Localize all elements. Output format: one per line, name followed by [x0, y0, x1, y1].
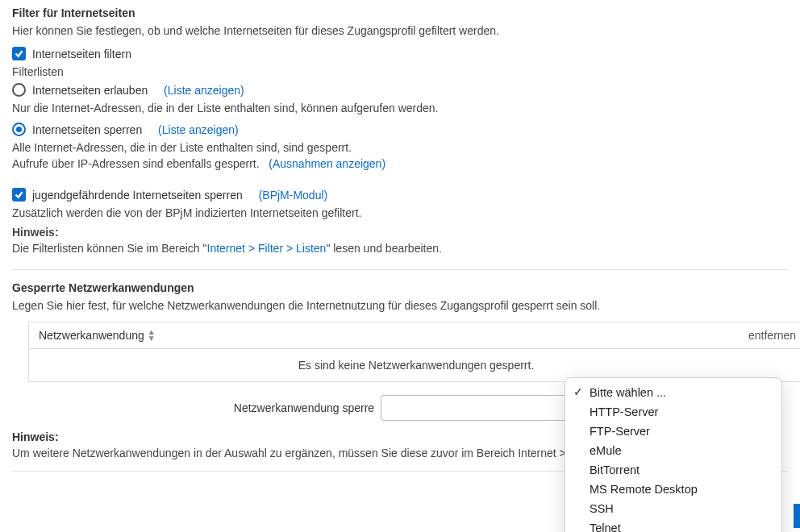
filter-hint-label: Hinweis: — [12, 226, 788, 239]
exceptions-link[interactable]: (Ausnahmen anzeigen) — [269, 157, 385, 170]
block-desc1: Alle Internet-Adressen, die in der Liste… — [12, 141, 788, 154]
block-app-label: Netzwerkanwendung sperre — [234, 401, 374, 414]
filter-enable-checkbox[interactable] — [12, 47, 26, 60]
bpjm-label: jugendgefährdende Internetseiten sperren — [32, 189, 243, 202]
dd-option[interactable]: BitTorrent — [565, 460, 781, 480]
filter-heading: Filter für Internetseiten — [12, 6, 788, 19]
netapps-empty: Es sind keine Netzwerkanwendungen gesper… — [29, 349, 800, 381]
dd-option[interactable]: HTTP-Server — [565, 402, 781, 422]
dd-option[interactable]: eMule — [565, 441, 781, 460]
filter-hint-a: Die Filterlisten können Sie im Bereich " — [12, 242, 207, 255]
netapps-desc: Legen Sie hier fest, für welche Netzwerk… — [12, 299, 788, 312]
allow-show-list-link[interactable]: (Liste anzeigen) — [164, 84, 244, 97]
block-radio[interactable] — [12, 123, 26, 136]
filter-enable-label: Internetseiten filtern — [32, 48, 131, 60]
filter-hint-link[interactable]: Internet > Filter > Listen — [207, 242, 327, 255]
col-app-header[interactable]: Netzwerkanwendung ▲▼ — [29, 322, 739, 348]
dd-option[interactable]: Bitte wählen ... — [565, 383, 781, 402]
block-desc2a: Aufrufe über IP-Adressen sind ebenfalls … — [12, 157, 260, 170]
block-app-select[interactable] — [381, 395, 566, 421]
bpjm-desc: Zusätzlich werden die von der BPjM indiz… — [12, 206, 788, 219]
block-label: Internetseiten sperren — [32, 123, 142, 136]
netapps-table: Netzwerkanwendung ▲▼ entfernen Es sind k… — [28, 322, 800, 382]
bpjm-checkbox[interactable] — [12, 188, 26, 202]
sort-icon: ▲▼ — [148, 329, 156, 342]
allow-radio[interactable] — [12, 83, 26, 97]
filter-desc: Hier können Sie festlegen, ob und welche… — [12, 24, 788, 37]
section-divider — [12, 269, 788, 270]
dd-option[interactable]: FTP-Server — [565, 422, 781, 441]
filter-hint-b: " lesen und bearbeiten. — [326, 242, 442, 255]
allow-desc: Nur die Internet-Adressen, die in der Li… — [12, 102, 788, 114]
col-app-label: Netzwerkanwendung — [39, 329, 144, 342]
filterlists-heading: Filterlisten — [12, 65, 788, 78]
block-app-dropdown[interactable]: Bitte wählen ... HTTP-Server FTP-Server … — [565, 377, 782, 483]
allow-label: Internetseiten erlauben — [32, 84, 148, 97]
col-remove-header: entfernen — [739, 322, 800, 348]
block-show-list-link[interactable]: (Liste anzeigen) — [158, 123, 239, 136]
bpjm-tag-link[interactable]: (BPjM-Modul) — [259, 189, 328, 202]
netapps-heading: Gesperrte Netzwerkanwendungen — [12, 281, 788, 294]
dd-option[interactable]: MS Remote Desktop — [565, 480, 781, 483]
